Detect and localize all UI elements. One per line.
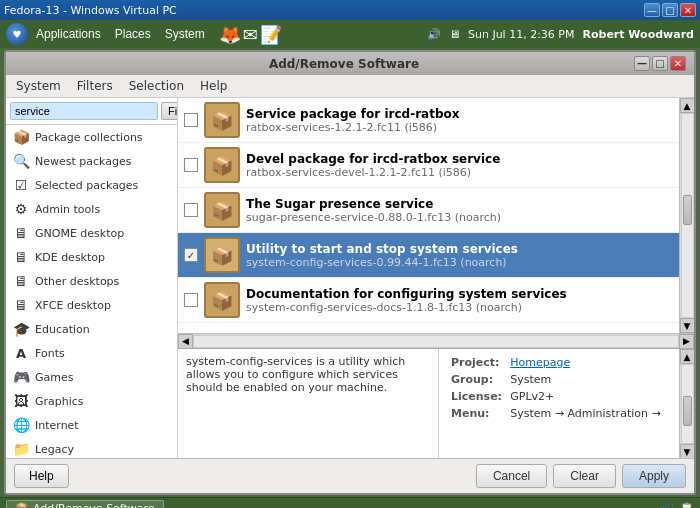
pkg-info-3: The Sugar presence service sugar-presenc… [246, 197, 673, 224]
menu-filters[interactable]: Filters [73, 77, 117, 95]
mail-icon[interactable]: ✉ [243, 24, 258, 45]
menu-selection[interactable]: Selection [125, 77, 188, 95]
table-row[interactable]: 📦 Service package for ircd-ratbox ratbox… [178, 98, 679, 143]
sidebar-label-newest-packages: Newest packages [35, 155, 131, 168]
table-row[interactable]: 📦 Devel package for ircd-ratbox service … [178, 143, 679, 188]
pkg-checkbox-5[interactable] [184, 293, 198, 307]
internet-icon: 🌐 [12, 416, 30, 434]
sidebar-label-admin-tools: Admin tools [35, 203, 100, 216]
pkg-checkbox-1[interactable] [184, 113, 198, 127]
scroll-thumb[interactable] [683, 195, 692, 225]
sidebar-item-graphics[interactable]: 🖼 Graphics [6, 389, 177, 413]
add-remove-software-dialog: Add/Remove Software — □ ✕ System Filters… [4, 50, 696, 495]
sidebar-item-selected-packages[interactable]: ☑ Selected packages [6, 173, 177, 197]
table-row[interactable]: 📦 The Sugar presence service sugar-prese… [178, 188, 679, 233]
dialog-bottom-bar: Help Cancel Clear Apply [6, 458, 694, 493]
pkg-version-3: sugar-presence-service-0.88.0-1.fc13 (no… [246, 211, 673, 224]
taskbar-app-label: Add/Remove Software [33, 502, 155, 508]
fedora-logo: ♥ [6, 23, 28, 45]
sidebar-label-games: Games [35, 371, 73, 384]
project-link[interactable]: Homepage [510, 356, 570, 369]
sidebar-item-other-desktops[interactable]: 🖥 Other desktops [6, 269, 177, 293]
sidebar-item-kde-desktop[interactable]: 🖥 KDE desktop [6, 245, 177, 269]
system-menu[interactable]: System [159, 25, 211, 43]
package-list-wrapper: 📦 Service package for ircd-ratbox ratbox… [178, 98, 694, 333]
sidebar-item-xfce-desktop[interactable]: 🖥 XFCE desktop [6, 293, 177, 317]
search-input[interactable] [10, 102, 158, 120]
dialog-controls[interactable]: — □ ✕ [634, 56, 686, 71]
restore-button[interactable]: □ [662, 3, 678, 17]
clear-button[interactable]: Clear [553, 464, 616, 488]
minimize-button[interactable]: — [644, 3, 660, 17]
places-menu[interactable]: Places [109, 25, 157, 43]
windows-controls[interactable]: — □ ✕ [644, 3, 696, 17]
dialog-close-btn[interactable]: ✕ [670, 56, 686, 71]
details-scroll-up[interactable]: ▲ [680, 349, 695, 364]
hscroll-left-btn[interactable]: ◀ [178, 334, 193, 349]
sidebar-item-package-collections[interactable]: 📦 Package collections [6, 125, 177, 149]
sidebar-label-package-collections: Package collections [35, 131, 143, 144]
pkg-version-1: ratbox-services-1.2.1-2.fc11 (i586) [246, 121, 673, 134]
close-button[interactable]: ✕ [680, 3, 696, 17]
package-list-scrollbar[interactable]: ▲ ▼ [679, 98, 694, 333]
dialog-minimize-btn[interactable]: — [634, 56, 650, 71]
pkg-version-2: ratbox-services-devel-1.2.1-2.fc11 (i586… [246, 166, 673, 179]
sidebar-item-fonts[interactable]: A Fonts [6, 341, 177, 365]
xfce-desktop-icon: 🖥 [12, 296, 30, 314]
taskbar-icon-2[interactable]: 📋 [680, 502, 694, 508]
pkg-checkbox-4[interactable]: ✓ [184, 248, 198, 262]
table-row[interactable]: 📦 Documentation for configuring system s… [178, 278, 679, 323]
package-list: 📦 Service package for ircd-ratbox ratbox… [178, 98, 679, 333]
pkg-name-5: Documentation for configuring system ser… [246, 287, 673, 301]
license-label: License: [449, 389, 506, 404]
sidebar-item-legacy[interactable]: 📁 Legacy [6, 437, 177, 458]
menu-label: Menu: [449, 406, 506, 421]
sidebar-item-gnome-desktop[interactable]: 🖥 GNOME desktop [6, 221, 177, 245]
pkg-checkbox-3[interactable] [184, 203, 198, 217]
dialog-restore-btn[interactable]: □ [652, 56, 668, 71]
sidebar-item-internet[interactable]: 🌐 Internet [6, 413, 177, 437]
sidebar-item-admin-tools[interactable]: ⚙ Admin tools [6, 197, 177, 221]
taskbar-right: 🔊 🖥 Sun Jul 11, 2:36 PM Robert Woodward [427, 28, 694, 41]
pkg-checkbox-2[interactable] [184, 158, 198, 172]
dialog-menubar: System Filters Selection Help [6, 75, 694, 98]
scroll-down-btn[interactable]: ▼ [680, 318, 695, 333]
edit-icon[interactable]: 📝 [260, 24, 282, 45]
monitor-icon[interactable]: 🖥 [449, 28, 460, 41]
pkg-version-5: system-config-services-docs-1.1.8-1.fc13… [246, 301, 673, 314]
hscroll-track[interactable] [193, 335, 679, 348]
sidebar-item-education[interactable]: 🎓 Education [6, 317, 177, 341]
taskbar-icon-1[interactable]: 📺 [660, 502, 674, 508]
scroll-track[interactable] [681, 113, 694, 318]
details-scroll-track[interactable] [681, 364, 694, 444]
scroll-up-btn[interactable]: ▲ [680, 98, 695, 113]
sidebar-label-internet: Internet [35, 419, 79, 432]
hscroll-right-btn[interactable]: ▶ [679, 334, 694, 349]
details-scrollbar[interactable]: ▲ ▼ [679, 349, 694, 458]
sidebar-item-games[interactable]: 🎮 Games [6, 365, 177, 389]
menu-help[interactable]: Help [196, 77, 231, 95]
details-scroll-thumb[interactable] [683, 396, 692, 426]
table-row[interactable]: ✓ 📦 Utility to start and stop system ser… [178, 233, 679, 278]
pkg-info-2: Devel package for ircd-ratbox service ra… [246, 152, 673, 179]
pkg-info-1: Service package for ircd-ratbox ratbox-s… [246, 107, 673, 134]
newest-packages-icon: 🔍 [12, 152, 30, 170]
volume-icon[interactable]: 🔊 [427, 28, 441, 41]
sidebar-item-newest-packages[interactable]: 🔍 Newest packages [6, 149, 177, 173]
apply-button[interactable]: Apply [622, 464, 686, 488]
taskbar-app-button[interactable]: 📦 Add/Remove Software [6, 500, 164, 508]
firefox-icon[interactable]: 🦊 [219, 24, 241, 45]
menu-value: System → Administration → [508, 406, 669, 421]
admin-tools-icon: ⚙ [12, 200, 30, 218]
find-button[interactable]: Find [161, 102, 178, 120]
sidebar-label-gnome-desktop: GNOME desktop [35, 227, 124, 240]
details-scroll-down[interactable]: ▼ [680, 444, 695, 458]
menu-system[interactable]: System [12, 77, 65, 95]
applications-menu[interactable]: Applications [30, 25, 107, 43]
help-button[interactable]: Help [14, 464, 69, 488]
pkg-name-1: Service package for ircd-ratbox [246, 107, 673, 121]
sidebar-label-graphics: Graphics [35, 395, 84, 408]
package-list-hscrollbar[interactable]: ◀ ▶ [178, 333, 694, 348]
cancel-button[interactable]: Cancel [476, 464, 547, 488]
graphics-icon: 🖼 [12, 392, 30, 410]
